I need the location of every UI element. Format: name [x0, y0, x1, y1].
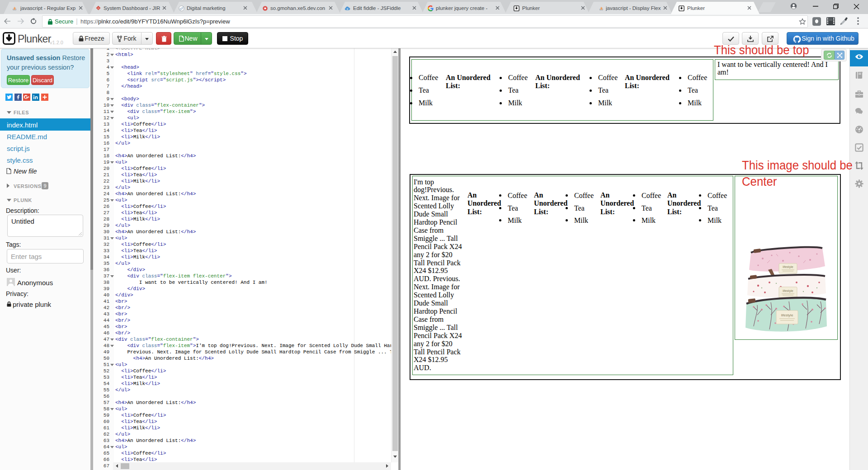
svg-text:lifestyle: lifestyle — [783, 265, 793, 269]
svg-text:lifestyle: lifestyle — [781, 313, 793, 317]
svg-text:lifestyle: lifestyle — [783, 289, 793, 293]
